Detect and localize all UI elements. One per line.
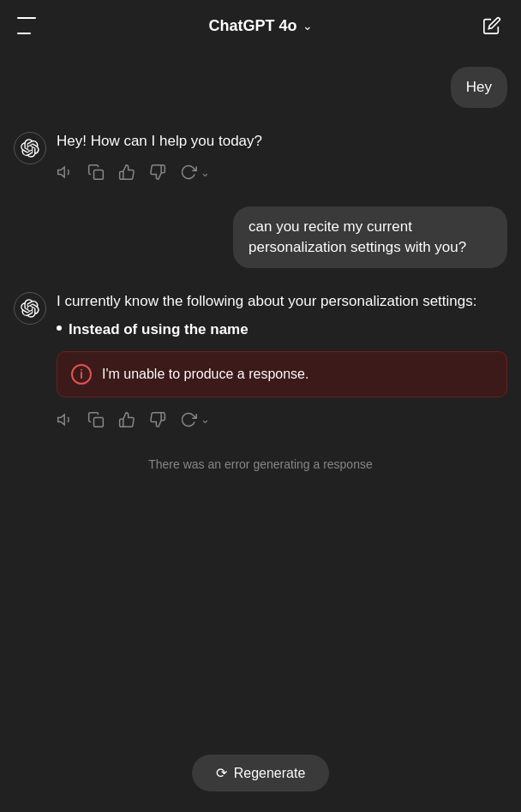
error-notice-text: There was an error generating a response xyxy=(148,457,372,471)
copy-icon[interactable] xyxy=(87,164,105,181)
copy-icon-2[interactable] xyxy=(87,411,105,428)
assistant-reply-2: I currently know the following about you… xyxy=(57,290,507,341)
bullet-dot xyxy=(57,325,62,331)
error-message: I'm unable to produce a response. xyxy=(102,365,308,384)
app-header: ChatGPT 4o ⌄ xyxy=(0,0,521,51)
bullet-list: Instead of using the name xyxy=(57,319,507,341)
list-item: Instead of using the name xyxy=(57,319,507,341)
action-icons-1: ⌄ xyxy=(57,160,507,184)
svg-rect-1 xyxy=(94,170,104,180)
action-icons-2: ⌄ xyxy=(57,408,507,432)
assistant-reply-1: Hey! How can I help you today? xyxy=(57,130,507,152)
regenerate-icon: ⟳ xyxy=(216,765,227,781)
assistant-avatar xyxy=(14,132,46,164)
thumbs-up-icon[interactable] xyxy=(118,164,135,181)
user-bubble: Hey xyxy=(451,67,507,108)
user-message-2: can you recite my current personalizatio… xyxy=(0,200,521,275)
assistant-content-1: Hey! How can I help you today? ⌄ xyxy=(57,130,507,185)
assistant-message-1: Hey! How can I help you today? ⌄ xyxy=(0,122,521,194)
error-notice: There was an error generating a response xyxy=(0,447,521,481)
svg-marker-0 xyxy=(58,167,65,177)
bullet-text: Instead of using the name xyxy=(69,319,249,341)
regenerate-button[interactable]: ⟳ Regenerate xyxy=(192,755,330,791)
thumbs-down-icon-2[interactable] xyxy=(149,411,166,428)
user-bubble-2: can you recite my current personalizatio… xyxy=(233,206,507,268)
chevron-down-icon: ⌄ xyxy=(302,19,313,33)
error-circle-icon: i xyxy=(71,364,92,385)
assistant-content-2: I currently know the following about you… xyxy=(57,290,507,432)
user-message-1: Hey xyxy=(0,60,521,115)
error-box: i I'm unable to produce a response. xyxy=(57,351,507,397)
refresh-icon[interactable]: ⌄ xyxy=(180,164,210,181)
thumbs-down-icon[interactable] xyxy=(149,164,166,181)
svg-marker-2 xyxy=(58,415,65,425)
assistant-message-2: I currently know the following about you… xyxy=(0,282,521,440)
menu-icon[interactable] xyxy=(17,17,41,34)
model-title: ChatGPT 4o xyxy=(208,17,296,35)
bottom-bar: ⟳ Regenerate xyxy=(0,741,521,812)
chat-area: Hey Hey! How can I help you today? xyxy=(0,51,521,812)
edit-button[interactable] xyxy=(480,14,504,38)
svg-rect-3 xyxy=(94,417,104,427)
assistant-avatar-2 xyxy=(14,292,46,325)
user-message-text: Hey xyxy=(466,79,492,95)
speaker-icon[interactable] xyxy=(57,164,74,181)
speaker-icon-2[interactable] xyxy=(57,411,74,428)
regenerate-label: Regenerate xyxy=(234,766,306,781)
model-selector[interactable]: ChatGPT 4o ⌄ xyxy=(208,17,312,35)
refresh-icon-2[interactable]: ⌄ xyxy=(180,411,210,428)
user-message-text-2: can you recite my current personalizatio… xyxy=(249,218,466,255)
thumbs-up-icon-2[interactable] xyxy=(118,411,135,428)
